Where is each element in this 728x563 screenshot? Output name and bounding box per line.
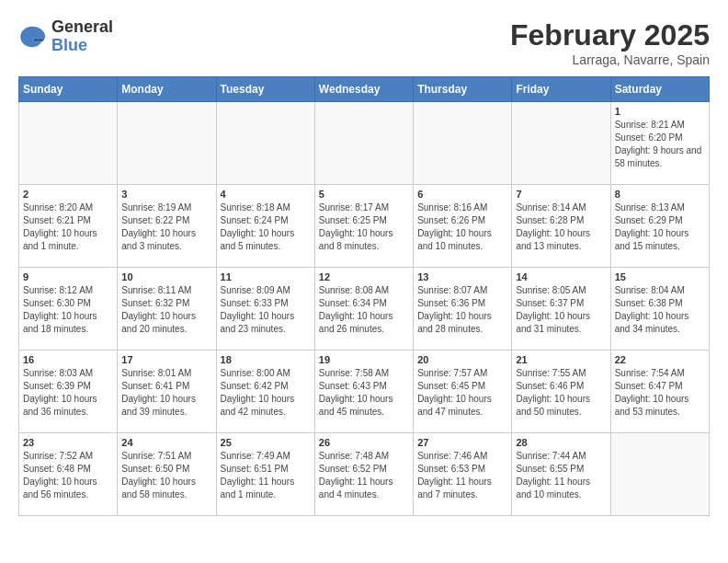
calendar-cell xyxy=(610,433,709,516)
calendar-cell: 12Sunrise: 8:08 AM Sunset: 6:34 PM Dayli… xyxy=(314,268,413,350)
page-header: General Blue February 2025 Larraga, Nava… xyxy=(18,18,710,67)
calendar-cell xyxy=(19,102,118,185)
logo-icon xyxy=(18,23,46,51)
calendar-cell: 27Sunrise: 7:46 AM Sunset: 6:53 PM Dayli… xyxy=(414,433,512,516)
day-info: Sunrise: 7:51 AM Sunset: 6:50 PM Dayligh… xyxy=(121,450,211,501)
calendar-cell: 9Sunrise: 8:12 AM Sunset: 6:30 PM Daylig… xyxy=(19,268,118,350)
calendar-cell xyxy=(216,102,314,185)
day-info: Sunrise: 7:55 AM Sunset: 6:46 PM Dayligh… xyxy=(516,367,606,419)
day-number: 9 xyxy=(23,271,113,282)
day-number: 14 xyxy=(516,271,606,282)
day-info: Sunrise: 7:49 AM Sunset: 6:51 PM Dayligh… xyxy=(221,450,311,501)
calendar-week-row: 9Sunrise: 8:12 AM Sunset: 6:30 PM Daylig… xyxy=(19,268,710,350)
calendar-cell: 20Sunrise: 7:57 AM Sunset: 6:45 PM Dayli… xyxy=(414,350,512,433)
day-info: Sunrise: 8:04 AM Sunset: 6:38 PM Dayligh… xyxy=(615,284,705,336)
day-info: Sunrise: 8:21 AM Sunset: 6:20 PM Dayligh… xyxy=(615,119,705,170)
day-number: 27 xyxy=(417,437,507,448)
calendar-cell: 22Sunrise: 7:54 AM Sunset: 6:47 PM Dayli… xyxy=(610,350,709,433)
day-number: 24 xyxy=(121,437,211,448)
calendar-cell: 2Sunrise: 8:20 AM Sunset: 6:21 PM Daylig… xyxy=(19,185,118,268)
day-info: Sunrise: 8:18 AM Sunset: 6:24 PM Dayligh… xyxy=(221,201,311,253)
day-info: Sunrise: 8:19 AM Sunset: 6:22 PM Dayligh… xyxy=(121,201,211,253)
calendar-cell: 24Sunrise: 7:51 AM Sunset: 6:50 PM Dayli… xyxy=(118,433,216,516)
logo-text: General Blue xyxy=(51,18,113,55)
day-number: 15 xyxy=(615,271,705,282)
day-number: 5 xyxy=(319,189,409,200)
weekday-header-wednesday: Wednesday xyxy=(314,77,413,102)
day-number: 12 xyxy=(319,271,409,282)
calendar-cell xyxy=(118,102,216,185)
day-number: 23 xyxy=(23,437,113,448)
calendar-cell: 8Sunrise: 8:13 AM Sunset: 6:29 PM Daylig… xyxy=(610,185,709,268)
calendar-cell: 18Sunrise: 8:00 AM Sunset: 6:42 PM Dayli… xyxy=(216,350,314,433)
calendar-week-row: 16Sunrise: 8:03 AM Sunset: 6:39 PM Dayli… xyxy=(19,350,710,433)
day-info: Sunrise: 7:46 AM Sunset: 6:53 PM Dayligh… xyxy=(417,450,507,501)
calendar-cell: 3Sunrise: 8:19 AM Sunset: 6:22 PM Daylig… xyxy=(118,185,216,268)
calendar-cell xyxy=(512,102,610,185)
logo: General Blue xyxy=(18,18,113,55)
day-info: Sunrise: 8:03 AM Sunset: 6:39 PM Dayligh… xyxy=(23,367,113,419)
calendar-cell: 19Sunrise: 7:58 AM Sunset: 6:43 PM Dayli… xyxy=(314,350,413,433)
calendar-cell: 25Sunrise: 7:49 AM Sunset: 6:51 PM Dayli… xyxy=(216,433,314,516)
day-number: 11 xyxy=(221,271,311,282)
weekday-header-tuesday: Tuesday xyxy=(216,77,314,102)
day-number: 8 xyxy=(615,189,705,200)
day-number: 6 xyxy=(417,189,507,200)
calendar-table: SundayMondayTuesdayWednesdayThursdayFrid… xyxy=(18,76,710,516)
calendar-cell: 16Sunrise: 8:03 AM Sunset: 6:39 PM Dayli… xyxy=(19,350,118,433)
day-number: 20 xyxy=(417,354,507,365)
calendar-cell: 4Sunrise: 8:18 AM Sunset: 6:24 PM Daylig… xyxy=(216,185,314,268)
day-info: Sunrise: 7:57 AM Sunset: 6:45 PM Dayligh… xyxy=(417,367,507,419)
calendar-cell: 28Sunrise: 7:44 AM Sunset: 6:55 PM Dayli… xyxy=(512,433,610,516)
calendar-cell: 7Sunrise: 8:14 AM Sunset: 6:28 PM Daylig… xyxy=(512,185,610,268)
calendar-cell xyxy=(314,102,413,185)
calendar-cell: 17Sunrise: 8:01 AM Sunset: 6:41 PM Dayli… xyxy=(118,350,216,433)
day-number: 17 xyxy=(121,354,211,365)
weekday-header-saturday: Saturday xyxy=(610,77,709,102)
day-number: 1 xyxy=(615,106,705,117)
day-info: Sunrise: 7:54 AM Sunset: 6:47 PM Dayligh… xyxy=(615,367,705,419)
day-info: Sunrise: 8:01 AM Sunset: 6:41 PM Dayligh… xyxy=(121,367,211,419)
day-number: 25 xyxy=(221,437,311,448)
day-number: 21 xyxy=(516,354,606,365)
day-number: 7 xyxy=(516,189,606,200)
day-info: Sunrise: 8:12 AM Sunset: 6:30 PM Dayligh… xyxy=(23,284,113,336)
calendar-week-row: 1Sunrise: 8:21 AM Sunset: 6:20 PM Daylig… xyxy=(19,102,710,185)
calendar-cell: 14Sunrise: 8:05 AM Sunset: 6:37 PM Dayli… xyxy=(512,268,610,350)
weekday-header-sunday: Sunday xyxy=(19,77,118,102)
calendar-cell: 15Sunrise: 8:04 AM Sunset: 6:38 PM Dayli… xyxy=(610,268,709,350)
day-info: Sunrise: 8:17 AM Sunset: 6:25 PM Dayligh… xyxy=(319,201,409,253)
day-number: 3 xyxy=(121,189,211,200)
calendar-cell: 23Sunrise: 7:52 AM Sunset: 6:48 PM Dayli… xyxy=(19,433,118,516)
weekday-header-thursday: Thursday xyxy=(414,77,512,102)
day-number: 2 xyxy=(23,189,113,200)
day-number: 22 xyxy=(615,354,705,365)
month-year-title: February 2025 xyxy=(510,18,710,52)
calendar-cell: 13Sunrise: 8:07 AM Sunset: 6:36 PM Dayli… xyxy=(414,268,512,350)
calendar-week-row: 23Sunrise: 7:52 AM Sunset: 6:48 PM Dayli… xyxy=(19,433,710,516)
day-info: Sunrise: 7:48 AM Sunset: 6:52 PM Dayligh… xyxy=(319,450,409,501)
title-block: February 2025 Larraga, Navarre, Spain xyxy=(510,18,710,67)
day-info: Sunrise: 8:05 AM Sunset: 6:37 PM Dayligh… xyxy=(516,284,606,336)
calendar-cell xyxy=(414,102,512,185)
calendar-week-row: 2Sunrise: 8:20 AM Sunset: 6:21 PM Daylig… xyxy=(19,185,710,268)
day-info: Sunrise: 8:13 AM Sunset: 6:29 PM Dayligh… xyxy=(615,201,705,253)
day-info: Sunrise: 8:11 AM Sunset: 6:32 PM Dayligh… xyxy=(121,284,211,336)
location-subtitle: Larraga, Navarre, Spain xyxy=(510,52,710,67)
calendar-cell: 10Sunrise: 8:11 AM Sunset: 6:32 PM Dayli… xyxy=(118,268,216,350)
day-number: 19 xyxy=(319,354,409,365)
weekday-header-row: SundayMondayTuesdayWednesdayThursdayFrid… xyxy=(19,77,710,102)
day-info: Sunrise: 7:52 AM Sunset: 6:48 PM Dayligh… xyxy=(23,450,113,501)
weekday-header-friday: Friday xyxy=(512,77,610,102)
day-info: Sunrise: 7:44 AM Sunset: 6:55 PM Dayligh… xyxy=(516,450,606,501)
calendar-cell: 26Sunrise: 7:48 AM Sunset: 6:52 PM Dayli… xyxy=(314,433,413,516)
day-number: 16 xyxy=(23,354,113,365)
day-info: Sunrise: 8:07 AM Sunset: 6:36 PM Dayligh… xyxy=(417,284,507,336)
calendar-cell: 21Sunrise: 7:55 AM Sunset: 6:46 PM Dayli… xyxy=(512,350,610,433)
calendar-cell: 5Sunrise: 8:17 AM Sunset: 6:25 PM Daylig… xyxy=(314,185,413,268)
day-number: 13 xyxy=(417,271,507,282)
day-info: Sunrise: 8:00 AM Sunset: 6:42 PM Dayligh… xyxy=(221,367,311,419)
calendar-cell: 1Sunrise: 8:21 AM Sunset: 6:20 PM Daylig… xyxy=(610,102,709,185)
day-info: Sunrise: 7:58 AM Sunset: 6:43 PM Dayligh… xyxy=(319,367,409,419)
day-number: 26 xyxy=(319,437,409,448)
